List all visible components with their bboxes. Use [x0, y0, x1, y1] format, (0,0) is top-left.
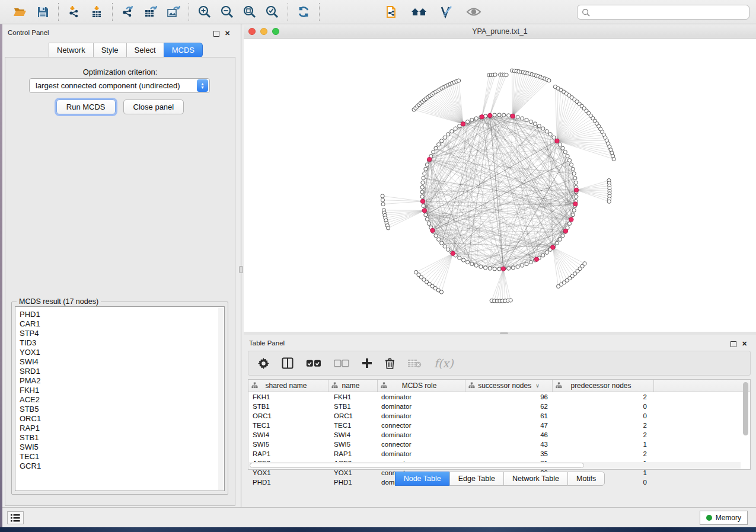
select-all-button[interactable] — [306, 360, 321, 367]
select-none-icon — [334, 360, 349, 367]
delete-table-button-disabled[interactable] — [407, 358, 422, 368]
table-tab[interactable]: Edge Table — [449, 472, 503, 486]
mcds-result-item[interactable]: FKH1 — [20, 386, 224, 395]
zoom-selected-button[interactable] — [263, 3, 282, 21]
control-panel-tab[interactable]: MCDS — [164, 43, 203, 57]
delete-button[interactable] — [385, 358, 395, 369]
mcds-result-item[interactable]: SWI4 — [20, 357, 224, 367]
table-column-header[interactable]: predecessor nodes — [553, 380, 654, 392]
hide-eye-button[interactable] — [464, 3, 483, 21]
function-builder-button-disabled[interactable]: f(x) — [434, 357, 454, 370]
select-none-button[interactable] — [334, 360, 349, 367]
table-row[interactable]: ORC1 ORC1 dominator 61 0 — [248, 411, 750, 421]
share-document-button[interactable] — [382, 3, 401, 21]
cell-mcds-role: dominator — [378, 411, 465, 421]
mcds-result-item[interactable]: CAR1 — [20, 319, 224, 329]
control-panel-tab[interactable]: Style — [93, 43, 126, 57]
cell-mcds-role: connector — [378, 440, 465, 449]
table-horizontal-scrollbar[interactable] — [249, 462, 741, 469]
network-canvas[interactable] — [244, 39, 756, 332]
table-row[interactable]: SWI5 SWI5 connector 43 1 — [248, 440, 750, 449]
table-settings-button[interactable] — [258, 358, 269, 369]
mcds-result-item[interactable]: STP4 — [20, 329, 224, 338]
cell-mcds-role: dominator — [378, 430, 465, 440]
table-tab[interactable]: Network Table — [503, 472, 567, 486]
export-image-button[interactable] — [164, 3, 183, 21]
float-panel-icon[interactable] — [213, 31, 219, 37]
task-history-button[interactable] — [7, 511, 24, 524]
add-column-button[interactable] — [362, 358, 372, 368]
memory-button[interactable]: Memory — [700, 511, 748, 525]
table-row[interactable]: TEC1 TEC1 connector 47 2 — [248, 421, 750, 430]
close-panel-button[interactable]: Close panel — [123, 100, 184, 114]
column-type-icon — [331, 382, 338, 389]
import-table-button[interactable] — [87, 3, 106, 21]
panel-splitter-vertical[interactable] — [238, 24, 244, 507]
mcds-result-item[interactable]: PHD1 — [20, 310, 224, 319]
open-folder-icon — [13, 6, 27, 18]
open-folder-button[interactable] — [11, 3, 30, 21]
mcds-result-item[interactable]: STB5 — [20, 405, 224, 414]
splitter-grip[interactable] — [239, 266, 243, 273]
zoom-fit-button[interactable] — [240, 3, 259, 21]
control-panel-tab[interactable]: Network — [49, 43, 93, 57]
cell-successor-nodes: 61 — [465, 411, 553, 421]
mcds-result-item[interactable]: TEC1 — [20, 452, 224, 462]
mcds-result-item[interactable]: ORC1 — [20, 414, 224, 424]
table-row[interactable]: RAP1 RAP1 dominator 35 2 — [248, 449, 750, 459]
table-header-row: shared name name — [248, 380, 750, 392]
table-column-header[interactable]: shared name — [248, 380, 328, 392]
search-icon — [582, 8, 590, 17]
mcds-result-item[interactable]: TID3 — [20, 338, 224, 348]
mcds-result-item[interactable]: PMA2 — [20, 376, 224, 386]
home-networks-icon — [411, 6, 428, 18]
table-row[interactable]: SWI4 SWI4 dominator 46 2 — [248, 430, 750, 440]
add-column-icon — [362, 358, 372, 368]
mcds-result-item[interactable]: YOX1 — [20, 348, 224, 357]
save-button[interactable] — [33, 3, 52, 21]
table-column-header[interactable]: name — [328, 380, 378, 392]
import-network-button[interactable] — [65, 3, 84, 21]
criterion-select[interactable]: largest connected component (undirected)… — [29, 78, 210, 93]
mcds-result-item[interactable]: STB1 — [20, 433, 224, 443]
table-column-header[interactable]: successor nodes∨ — [465, 380, 553, 392]
mcds-result-item[interactable]: ACE2 — [20, 395, 224, 405]
table-column-header[interactable]: MCDS role — [378, 380, 465, 392]
cell-name: TEC1 — [328, 421, 378, 430]
table-vertical-scrollbar[interactable] — [742, 381, 749, 462]
column-layout-button[interactable] — [282, 357, 294, 369]
export-table-button[interactable] — [141, 3, 160, 21]
network-titlebar[interactable]: YPA_prune.txt_1 — [244, 24, 756, 39]
criterion-selected-value: largest connected component (undirected) — [30, 81, 197, 90]
home-networks-button[interactable] — [410, 3, 429, 21]
refresh-button[interactable] — [294, 3, 313, 21]
cell-predecessor-nodes: 2 — [553, 449, 654, 459]
table-tab[interactable]: Node Table — [395, 472, 449, 486]
close-panel-icon[interactable]: ✕ — [224, 30, 231, 37]
cell-shared-name: SWI5 — [248, 440, 328, 449]
mcds-list-scrollbar[interactable] — [218, 307, 224, 490]
table-tab[interactable]: Motifs — [567, 472, 605, 486]
table-panel: Table Panel ✕ — [244, 335, 756, 507]
control-panel-tab[interactable]: Select — [126, 43, 164, 57]
search-input[interactable] — [590, 8, 749, 17]
export-network-button[interactable] — [119, 3, 138, 21]
search-box[interactable] — [577, 5, 749, 20]
mcds-result-list[interactable]: PHD1CAR1STP4TID3YOX1SWI4SRD1PMA2FKH1ACE2… — [15, 306, 225, 491]
vizmapper-button[interactable] — [437, 3, 456, 21]
zoom-in-button[interactable] — [195, 3, 214, 21]
cell-mcds-role: dominator — [378, 449, 465, 459]
column-type-icon — [556, 382, 562, 389]
run-mcds-button[interactable]: Run MCDS — [56, 100, 116, 114]
column-type-icon — [251, 382, 258, 389]
settings-gear-icon — [258, 358, 269, 369]
mcds-result-item[interactable]: GCR1 — [20, 462, 224, 471]
zoom-out-button[interactable] — [218, 3, 237, 21]
table-row[interactable]: FKH1 FKH1 dominator 96 2 — [248, 392, 750, 402]
table-row[interactable]: STB1 STB1 dominator 62 0 — [248, 402, 750, 411]
table-float-icon[interactable] — [731, 341, 736, 347]
table-close-icon[interactable]: ✕ — [741, 340, 748, 348]
mcds-result-item[interactable]: SWI5 — [20, 443, 224, 452]
mcds-result-item[interactable]: RAP1 — [20, 424, 224, 433]
mcds-result-item[interactable]: SRD1 — [20, 367, 224, 376]
